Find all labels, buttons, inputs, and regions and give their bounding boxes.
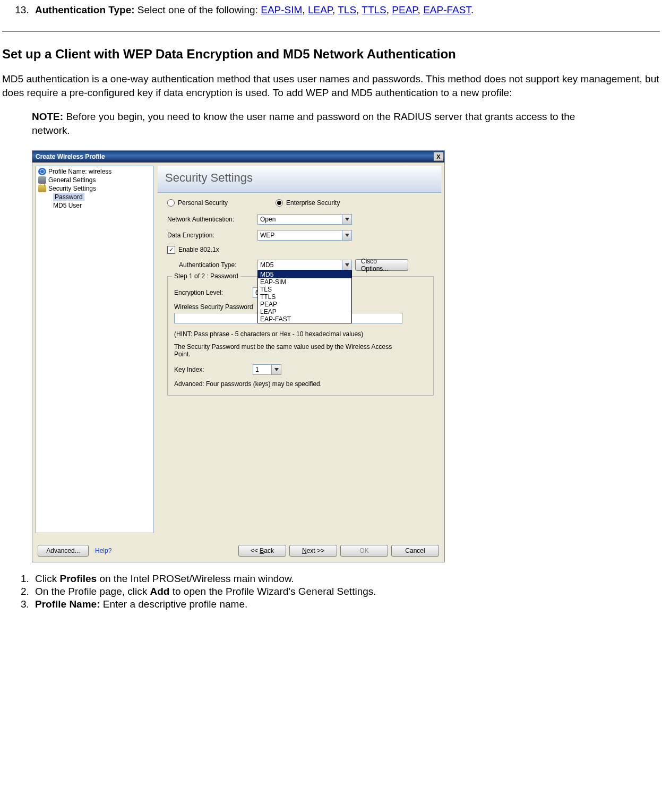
- combo-network-auth[interactable]: Open: [257, 214, 352, 225]
- combo-value: MD5: [260, 261, 273, 269]
- tree-label-selected: Password: [53, 193, 84, 201]
- dropdown-option[interactable]: MD5: [258, 271, 351, 278]
- same-value-note: The Security Password must be the same v…: [174, 343, 402, 358]
- pane-header-text: Security Settings: [165, 171, 253, 184]
- auth-type-tail: Select one of the following:: [135, 4, 261, 15]
- radio-icon: [276, 199, 283, 207]
- ok-button[interactable]: OK: [340, 545, 388, 557]
- section-paragraph: MD5 authentication is a one-way authenti…: [2, 72, 660, 99]
- next-button[interactable]: Next >>: [289, 545, 337, 557]
- combo-value: 1: [255, 366, 259, 373]
- tree-row-general-settings[interactable]: General Settings: [36, 176, 153, 184]
- checkbox-icon: [167, 246, 175, 254]
- globe-icon: [38, 168, 46, 175]
- combo-value: Open: [260, 216, 276, 223]
- link-ttls[interactable]: TTLS: [362, 4, 386, 15]
- dialog-button-bar: Advanced... Help? << Back Next >> OK Can…: [32, 541, 444, 562]
- titlebar: Create Wireless Profile X: [32, 151, 444, 163]
- note-text: Before you begin, you need to know the u…: [32, 111, 575, 136]
- step-2: On the Profile page, click Add to open t…: [32, 586, 660, 597]
- tree-label: MD5 User: [53, 202, 82, 209]
- tree-row-password[interactable]: Password: [36, 193, 153, 201]
- link-leap[interactable]: LEAP: [308, 4, 332, 15]
- note-block: NOTE: Before you begin, you need to know…: [32, 110, 660, 137]
- checkbox-enable-8021x[interactable]: Enable 802.1x: [167, 246, 434, 254]
- step-3: Profile Name: Enter a descriptive profil…: [32, 599, 660, 610]
- combo-key-index[interactable]: 1: [253, 364, 281, 375]
- auth-type-dropdown[interactable]: MD5 EAP-SIM TLS TTLS PEAP LEAP EAP-FAST: [257, 270, 352, 323]
- back-button[interactable]: << Back: [238, 545, 286, 557]
- radio-label: Personal Security: [178, 199, 228, 207]
- link-tls[interactable]: TLS: [338, 4, 356, 15]
- label-data-encryption: Data Encryption:: [167, 232, 257, 239]
- separator: [2, 31, 660, 32]
- chevron-down-icon: [342, 230, 351, 240]
- chevron-down-icon: [342, 260, 351, 270]
- profile-tree[interactable]: Profile Name: wireless General Settings …: [36, 166, 153, 533]
- intro-list-end: .: [471, 4, 474, 15]
- combo-value: WEP: [260, 232, 274, 239]
- label-key-index: Key Index:: [174, 366, 253, 373]
- hint-text: (HINT: Pass phrase - 5 characters or Hex…: [174, 330, 427, 338]
- radio-personal-security[interactable]: Personal Security: [167, 199, 228, 207]
- radio-enterprise-security[interactable]: Enterprise Security: [276, 199, 340, 207]
- groupbox-legend: Step 1 of 2 : Password: [172, 272, 240, 280]
- chevron-down-icon: [342, 215, 351, 224]
- intro-list: Authentication Type: Select one of the f…: [2, 4, 660, 16]
- label-network-auth: Network Authentication:: [167, 216, 257, 223]
- pane-header: Security Settings: [158, 166, 441, 193]
- tree-label: General Settings: [48, 176, 96, 184]
- dropdown-option[interactable]: EAP-FAST: [258, 315, 351, 323]
- combo-data-encryption[interactable]: WEP: [257, 230, 352, 241]
- checkbox-label: Enable 802.1x: [178, 246, 219, 253]
- link-eap-fast[interactable]: EAP-FAST: [423, 4, 471, 15]
- dropdown-option[interactable]: TTLS: [258, 293, 351, 301]
- chevron-down-icon: [271, 365, 281, 374]
- advanced-note: Advanced: Four passwords (keys) may be s…: [174, 380, 427, 388]
- close-icon[interactable]: X: [434, 152, 443, 161]
- label-auth-type: Authentication Type:: [179, 261, 257, 269]
- dropdown-option[interactable]: TLS: [258, 286, 351, 293]
- help-link[interactable]: Help?: [95, 547, 111, 554]
- tree-label: Security Settings: [48, 185, 96, 192]
- create-wireless-profile-dialog: Create Wireless Profile X Profile Name: …: [32, 150, 445, 562]
- cisco-options-button[interactable]: Cisco Options...: [355, 259, 408, 271]
- dropdown-option[interactable]: EAP-SIM: [258, 278, 351, 286]
- section-heading: Set up a Client with WEP Data Encryption…: [2, 47, 660, 62]
- combo-auth-type[interactable]: MD5: [257, 260, 352, 270]
- steps-list: Click Profiles on the Intel PROSet/Wirel…: [2, 573, 660, 610]
- dropdown-option[interactable]: LEAP: [258, 308, 351, 315]
- dropdown-option[interactable]: PEAP: [258, 301, 351, 308]
- tree-row-security-settings[interactable]: Security Settings: [36, 184, 153, 193]
- label-encryption-level: Encryption Level:: [174, 289, 253, 296]
- note-label: NOTE:: [32, 111, 63, 122]
- intro-list-item-13: Authentication Type: Select one of the f…: [32, 4, 660, 16]
- advanced-button[interactable]: Advanced...: [38, 545, 89, 557]
- link-peap[interactable]: PEAP: [392, 4, 417, 15]
- lock-icon: [38, 185, 46, 192]
- radio-label: Enterprise Security: [286, 199, 340, 207]
- titlebar-text: Create Wireless Profile: [36, 153, 434, 160]
- dialog-screenshot: Create Wireless Profile X Profile Name: …: [32, 150, 660, 562]
- step-1: Click Profiles on the Intel PROSet/Wirel…: [32, 573, 660, 585]
- link-eap-sim[interactable]: EAP-SIM: [261, 4, 302, 15]
- auth-type-label: Authentication Type:: [35, 4, 135, 15]
- cancel-button[interactable]: Cancel: [391, 545, 439, 557]
- tree-row-profile-name[interactable]: Profile Name: wireless: [36, 167, 153, 176]
- tree-row-md5-user[interactable]: MD5 User: [36, 201, 153, 210]
- tree-label: Profile Name: wireless: [48, 168, 111, 175]
- radio-icon: [167, 199, 175, 207]
